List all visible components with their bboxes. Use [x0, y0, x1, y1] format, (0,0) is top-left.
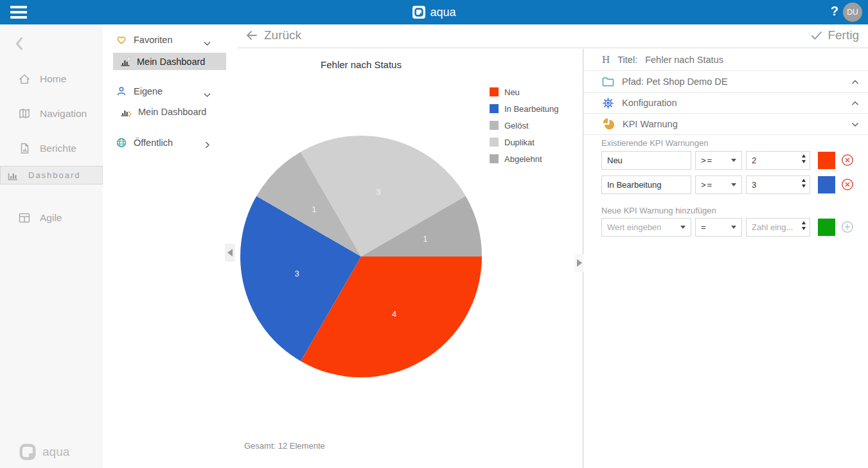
spinner-down-icon[interactable]	[802, 184, 806, 188]
spinner-up-icon[interactable]	[802, 221, 806, 224]
done-button[interactable]: Fertig	[811, 28, 859, 42]
legend-item-geloest[interactable]: Gelöst	[490, 121, 559, 130]
legend-swatch	[490, 104, 499, 113]
titel-value[interactable]: Fehler nach Status	[645, 55, 723, 65]
tree-item-mein-dashboard-eigene[interactable]: Mein Dashboard	[120, 106, 206, 118]
new-kpi-name-placeholder: Wert eingeben	[607, 222, 661, 232]
sidebar-item-home[interactable]: Home	[0, 62, 103, 96]
app-name: aqua	[430, 6, 456, 19]
legend-item-abgelehnt[interactable]: Abgelehnt	[490, 154, 559, 163]
kpi-color-swatch[interactable]	[818, 176, 835, 194]
sidebar-item-label: Navigation	[40, 108, 87, 120]
tree-item-mein-dashboard-favorit[interactable]: Mein Dashboard	[113, 53, 226, 70]
legend-swatch	[490, 138, 499, 147]
chart-title: Fehler nach Status	[238, 59, 484, 70]
sidebar-item-berichte[interactable]: Berichte	[0, 131, 103, 166]
chevron-down-icon[interactable]	[204, 89, 211, 100]
new-kpi-color-swatch[interactable]	[818, 219, 835, 236]
back-button[interactable]: Zurück	[245, 28, 301, 42]
help-icon[interactable]: ?	[831, 4, 838, 19]
kpi-value-input[interactable]: 2	[746, 151, 810, 170]
tree-section-label: Favoriten	[134, 35, 172, 45]
chevron-up-icon[interactable]	[851, 76, 859, 87]
new-kpi-value-placeholder: Zahl eing...	[752, 222, 793, 232]
top-bar: aqua ? DU	[0, 0, 868, 24]
chevron-down-icon[interactable]	[204, 37, 211, 49]
home-icon	[17, 72, 31, 86]
pie-slice-label: 4	[392, 309, 396, 319]
new-kpi-operator-value: =	[701, 222, 707, 232]
panel-row-kpi-warnung[interactable]: KPI Warnung	[583, 114, 868, 135]
widget-settings-panel: H Titel: Fehler nach Status Pfad: Pet Sh…	[583, 49, 868, 468]
kpi-name-input[interactable]	[601, 151, 691, 170]
delete-circle-x-icon	[840, 177, 855, 192]
legend-item-in-bearbeitung[interactable]: In Bearbeitung	[490, 104, 559, 113]
legend-label: Neu	[504, 87, 520, 97]
heart-icon	[116, 34, 127, 46]
chevron-up-icon[interactable]	[851, 98, 859, 108]
content-header: Zurück Fertig	[238, 24, 868, 48]
collapse-sidebar-icon[interactable]	[13, 36, 26, 54]
title-h-icon: H	[602, 53, 610, 66]
dashboard-icon	[6, 168, 20, 183]
new-kpi-operator-select[interactable]: =	[695, 218, 742, 237]
kpi-warnung-label: KPI Warnung	[623, 119, 678, 129]
tree-section-label: Eigene	[134, 86, 163, 96]
delete-kpi-button[interactable]	[840, 177, 855, 194]
spinner-down-icon[interactable]	[802, 160, 806, 163]
number-spinner[interactable]	[802, 221, 806, 230]
new-kpi-name-select[interactable]: Wert eingeben	[601, 218, 691, 237]
sidebar-footer-logo: aqua	[18, 442, 69, 462]
sidebar-item-agile[interactable]: Agile	[0, 201, 103, 235]
dropdown-caret-icon	[731, 226, 736, 229]
pie-slice-label: 3	[376, 187, 380, 197]
legend-label: In Bearbeitung	[504, 104, 559, 114]
tree-section-eigene[interactable]: Eigene	[116, 86, 163, 97]
kpi-operator-select[interactable]: >=	[695, 151, 742, 170]
tree-section-favoriten[interactable]: Favoriten	[116, 34, 172, 46]
legend-label: Abgelehnt	[504, 154, 542, 164]
check-icon	[811, 31, 822, 40]
kpi-value: 2	[752, 156, 756, 165]
triangle-right-icon	[577, 259, 582, 267]
main-sidebar: Home Navigation Berichte Dashboard Agil	[0, 24, 103, 468]
kpi-color-swatch[interactable]	[818, 152, 835, 169]
tree-section-oeffentlich[interactable]: Öffentlich	[116, 137, 173, 148]
sidebar-item-dashboard[interactable]: Dashboard	[0, 166, 103, 184]
hamburger-menu-icon[interactable]	[10, 6, 27, 19]
existing-kpi-header: Existierende KPI Warnungen	[601, 138, 708, 148]
kpi-operator-select[interactable]: >=	[695, 176, 742, 194]
panel-row-konfiguration[interactable]: Konfiguration	[583, 93, 868, 114]
spinner-down-icon[interactable]	[802, 227, 806, 230]
dashboard-chart-widget: Fehler nach Status Neu In Bearbeitung Ge…	[238, 49, 583, 468]
legend-item-duplikat[interactable]: Duplikat	[490, 138, 559, 147]
pie-chart: 43131	[239, 134, 483, 379]
legend-item-neu[interactable]: Neu	[490, 87, 559, 96]
aqua-footer-logo-icon	[18, 442, 37, 462]
chevron-down-icon[interactable]	[851, 119, 859, 129]
delete-kpi-button[interactable]	[840, 153, 855, 170]
panel-row-pfad[interactable]: Pfad: Pet Shop Demo DE	[583, 71, 868, 93]
report-icon	[17, 141, 31, 156]
back-label: Zurück	[264, 28, 301, 42]
person-icon	[116, 86, 127, 97]
spinner-up-icon[interactable]	[802, 154, 806, 158]
new-kpi-value-input[interactable]: Zahl eing...	[746, 218, 810, 237]
spinner-up-icon[interactable]	[802, 179, 806, 182]
add-kpi-button[interactable]	[840, 220, 855, 237]
titel-label: Titel:	[617, 55, 637, 65]
gear-icon	[602, 97, 614, 109]
kpi-operator-value: >=	[701, 156, 713, 165]
number-spinner[interactable]	[802, 179, 806, 188]
app-logo: aqua	[412, 0, 456, 24]
user-avatar[interactable]: DU	[843, 3, 862, 22]
sidebar-item-navigation[interactable]: Navigation	[0, 96, 103, 131]
carousel-prev-button[interactable]	[225, 244, 235, 262]
pfad-label: Pfad: Pet Shop Demo DE	[622, 76, 727, 87]
chevron-right-icon[interactable]	[205, 140, 210, 151]
number-spinner[interactable]	[802, 154, 806, 163]
legend-label: Duplikat	[504, 138, 535, 147]
kpi-value-input[interactable]: 3	[746, 176, 810, 194]
panel-row-titel: H Titel: Fehler nach Status	[583, 49, 868, 71]
kpi-name-input[interactable]	[601, 176, 691, 194]
